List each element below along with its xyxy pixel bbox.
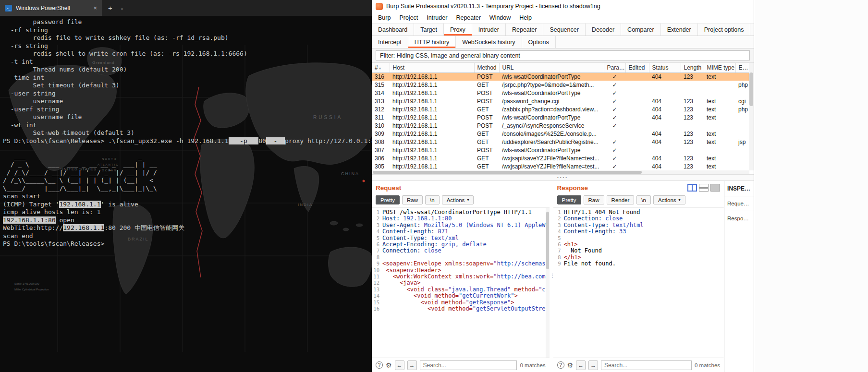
tab-target[interactable]: Target <box>414 24 444 36</box>
tab-decoder[interactable]: Decoder <box>586 24 621 36</box>
editor-line: 4Content-Length: 33 <box>553 228 724 235</box>
table-row[interactable]: 307http://192.168.1.1POST/wls-wsat/Coord… <box>372 146 749 154</box>
table-row[interactable]: 310http://192.168.1.1POST/_async/AsyncRe… <box>372 121 749 130</box>
column-header-length[interactable]: Length <box>681 63 704 72</box>
response-editor[interactable]: 1HTTP/1.1 404 Not Found2Connection: clos… <box>553 207 724 358</box>
tab-close-icon[interactable]: × <box>93 4 97 12</box>
table-row[interactable]: 315http://192.168.1.1GET/jsrpc.php?type=… <box>372 81 749 89</box>
terminal-line: -wt int <box>3 121 372 130</box>
burp-logo-icon <box>376 3 383 10</box>
subtab-websockets-history[interactable]: WebSockets history <box>456 36 522 48</box>
view-button-actions[interactable]: Actions▾ <box>442 195 474 204</box>
column-header-item[interactable]: # <box>372 63 390 72</box>
terminal-line: Thread nums (default 200) <box>3 66 372 74</box>
next-match-button[interactable]: → <box>407 360 417 370</box>
view-button-pretty[interactable]: Pretty <box>557 195 581 204</box>
view-button-pretty[interactable]: Pretty <box>376 195 400 204</box>
view-button-linebreak[interactable]: \n <box>636 195 651 204</box>
table-row[interactable]: 314http://192.168.1.1POST/wls-wsat/Coord… <box>372 89 749 97</box>
terminal-line: ___ _ <box>3 153 372 161</box>
table-row[interactable]: 312http://192.168.1.1GET/zabbix.php?acti… <box>372 105 749 113</box>
editor-line: 10 <soapenv:Header> <box>372 267 550 274</box>
column-header-edited[interactable]: Edited <box>625 63 649 72</box>
tab-intruder[interactable]: Intruder <box>472 24 506 36</box>
column-header-mime-type[interactable]: MIME type <box>704 63 735 72</box>
tab-sequencer[interactable]: Sequencer <box>543 24 585 36</box>
tab-repeater[interactable]: Repeater <box>506 24 543 36</box>
gear-icon[interactable]: ⚙ <box>386 361 392 369</box>
prev-match-button[interactable]: ← <box>395 360 404 370</box>
scrollbar-thumb[interactable] <box>373 171 642 174</box>
view-button-actions[interactable]: Actions▾ <box>653 195 685 204</box>
scrollbar-thumb[interactable] <box>546 212 549 269</box>
columns-layout-icon[interactable] <box>687 184 697 192</box>
column-header-host[interactable]: Host <box>390 63 474 72</box>
terminal-tab[interactable]: >_ Windows PowerShell × <box>0 0 102 16</box>
editor-line: 12 <java> <box>372 280 550 286</box>
tab-dropdown-button[interactable]: ⌄ <box>120 5 124 11</box>
terminal-line: / /_\\_____\__ \ (__| | | (_| | (__| < <box>3 177 372 185</box>
table-row[interactable]: 308http://192.168.1.1GET/uddiexplorer/Se… <box>372 138 749 146</box>
filter-settings-box[interactable]: Filter: Hiding CSS, image and general bi… <box>376 50 750 60</box>
tab-proxy[interactable]: Proxy <box>444 24 472 36</box>
tab-comparer[interactable]: Comparer <box>621 24 661 36</box>
help-icon[interactable]: ? <box>557 361 564 369</box>
subtab-options[interactable]: Options <box>522 36 556 48</box>
terminal-line: PS D:\tools\fscan\Releases> .\fscan_upx3… <box>3 137 372 145</box>
inspector-section-response-headers[interactable]: Response Headers <box>724 211 754 226</box>
column-header-method[interactable]: Method <box>474 63 499 72</box>
inspector-section-request-attributes[interactable]: Request Attributes <box>724 196 754 211</box>
search-input[interactable] <box>601 360 692 370</box>
editor-line: 9<soapenv:Envelope xmlns:soapenv="http:/… <box>372 261 550 267</box>
editor-line: 13 <void class="java.lang.Thread" method… <box>372 287 550 293</box>
request-editor[interactable]: 1POST /wls-wsat/CoordinatorPortType HTTP… <box>372 207 550 358</box>
new-tab-button[interactable]: + <box>108 4 112 12</box>
view-button-linebreak[interactable]: \n <box>425 195 440 204</box>
search-input[interactable] <box>420 360 517 370</box>
tab-dashboard[interactable]: Dashboard <box>372 24 414 36</box>
column-header-status[interactable]: Status <box>649 63 681 72</box>
column-header-params[interactable]: Params <box>604 63 625 72</box>
next-match-button[interactable]: → <box>588 360 598 370</box>
table-row[interactable]: 305http://192.168.1.1GET/wxjsapi/saveYZJ… <box>372 162 749 170</box>
response-header: Response <box>553 181 724 194</box>
menu-repeater[interactable]: Repeater <box>452 14 485 21</box>
burp-title-bar[interactable]: Burp Suite Professional v2020.11.3 - Tem… <box>372 0 754 12</box>
single-layout-icon[interactable] <box>710 184 720 192</box>
view-button-raw[interactable]: Raw <box>584 195 604 204</box>
rows-layout-icon[interactable] <box>699 184 709 192</box>
menu-burp[interactable]: Burp <box>374 14 395 21</box>
response-panel: Response PrettyRawRender\nActions▾ 1HTTP… <box>553 181 724 372</box>
table-horizontal-scrollbar[interactable] <box>372 170 749 174</box>
horizontal-splitter[interactable] <box>372 174 754 181</box>
table-row[interactable]: 309http://192.168.1.1GET/console/images/… <box>372 130 749 138</box>
tab-user-options[interactable]: User options <box>750 24 754 36</box>
menu-intruder[interactable]: Intruder <box>422 14 452 21</box>
table-row[interactable]: 316http://192.168.1.1POST/wls-wsat/Coord… <box>372 72 749 81</box>
tab-extender[interactable]: Extender <box>661 24 698 36</box>
table-row[interactable]: 313http://192.168.1.1POST/password_chang… <box>372 97 749 105</box>
terminal-body[interactable]: GreenlandRUSSIACANADAUNITED STATESCHINAI… <box>0 16 372 372</box>
vertical-splitter[interactable] <box>550 181 553 372</box>
column-header-extension[interactable]: Extension <box>735 63 749 72</box>
request-view-buttons: PrettyRaw\nActions▾ <box>372 194 550 207</box>
menu-window[interactable]: Window <box>485 14 515 21</box>
editor-line: 14 <void method="getCurrentWork"> <box>372 293 550 299</box>
table-vertical-scrollbar[interactable] <box>749 63 754 170</box>
scrollbar-thumb[interactable] <box>749 72 753 106</box>
request-scrollbar[interactable] <box>546 208 550 358</box>
table-row[interactable]: 311http://192.168.1.1POST/wls-wsat/Coord… <box>372 113 749 121</box>
table-row[interactable]: 306http://192.168.1.1GET/wxjsapi/saveYZJ… <box>372 154 749 162</box>
gear-icon[interactable]: ⚙ <box>567 361 574 369</box>
menu-project[interactable]: Project <box>395 14 422 21</box>
subtab-intercept[interactable]: Intercept <box>372 36 408 48</box>
terminal-line: -user string <box>3 90 372 98</box>
tab-project-options[interactable]: Project options <box>698 24 751 36</box>
view-button-raw[interactable]: Raw <box>402 195 423 204</box>
menu-help[interactable]: Help <box>515 14 536 21</box>
help-icon[interactable]: ? <box>376 361 383 369</box>
subtab-http-history[interactable]: HTTP history <box>408 36 456 48</box>
column-header-url[interactable]: URL <box>499 63 604 72</box>
view-button-render[interactable]: Render <box>607 195 635 204</box>
prev-match-button[interactable]: ← <box>576 360 586 370</box>
